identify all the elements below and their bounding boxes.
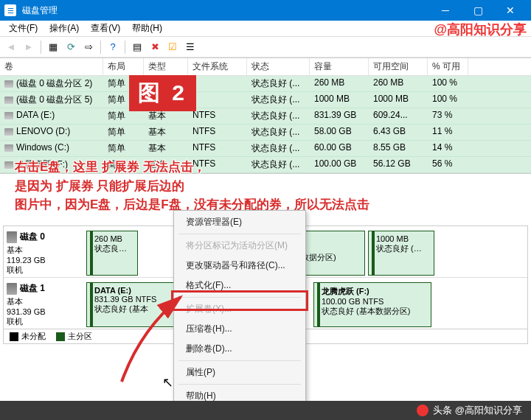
col-filesystem[interactable]: 文件系统 [188, 58, 247, 75]
disk-0-meta: 磁盘 0 基本 119.23 GB 联机 [7, 231, 80, 276]
partition[interactable]: 1000 MB状态良好 (恢复分 [368, 231, 434, 276]
col-status[interactable]: 状态 [247, 58, 310, 75]
table-row[interactable]: LENOVO (D:)简单基本NTFS状态良好 (...58.00 GB6.43… [0, 125, 531, 141]
disk-icon [7, 283, 17, 295]
context-menu-item[interactable]: 删除卷(D)... [174, 339, 305, 359]
back-icon[interactable]: ◄ [3, 39, 19, 55]
table-row[interactable]: Windows (C:)简单基本NTFS状态良好 (...60.00 GB8.5… [0, 141, 531, 157]
settings-icon[interactable]: ▤ [129, 39, 145, 55]
col-capacity[interactable]: 容量 [310, 58, 369, 75]
menu-file[interactable]: 文件(F) [3, 21, 44, 36]
col-volume[interactable]: 卷 [0, 58, 103, 75]
refresh-icon[interactable]: ⟳ [63, 39, 79, 55]
context-menu-item[interactable]: 压缩卷(H)... [174, 319, 305, 339]
watermark: @高阳知识分享 [434, 21, 527, 38]
context-menu-item: 扩展卷(X)... [174, 299, 305, 319]
footer-icon [417, 405, 428, 416]
context-menu-item[interactable]: 属性(P) [174, 363, 305, 382]
menu-help[interactable]: 帮助(H) [126, 21, 168, 36]
cursor-icon: ↖ [162, 374, 173, 391]
delete-icon[interactable]: ✖ [147, 39, 163, 55]
export-icon[interactable]: ⇨ [80, 39, 97, 55]
forward-icon[interactable]: ► [21, 39, 37, 55]
primary-swatch [56, 332, 65, 341]
menu-action[interactable]: 操作(A) [44, 21, 85, 36]
disk-1-meta: 磁盘 1 基本 931.39 GB 联机 [7, 282, 80, 327]
main-area: 卷 布局 类型 文件系统 状态 容量 可用空间 % 可用 (磁盘 0 磁盘分区 … [0, 57, 531, 401]
properties-icon[interactable]: ▦ [45, 39, 61, 55]
title-bar: ☰ 磁盘管理 ─ ▢ ✕ [0, 0, 531, 21]
overlay-annotation: 右击E盘，这里 扩展券 无法点击， 是因为 扩展券 只能扩展后边的 图片中，因为… [15, 158, 369, 214]
view-icon[interactable]: ☰ [182, 39, 198, 55]
volume-grid: 卷 布局 类型 文件系统 状态 容量 可用空间 % 可用 (磁盘 0 磁盘分区 … [0, 57, 531, 174]
footer-bar: 头条 @高阳知识分享 [0, 401, 531, 420]
context-menu-item[interactable]: 资源管理器(E) [174, 212, 305, 232]
table-row[interactable]: DATA (E:)简单基本NTFS状态良好 (...831.39 GB609.2… [0, 108, 531, 125]
maximize-button[interactable]: ▢ [462, 0, 494, 21]
col-type[interactable]: 类型 [144, 58, 188, 75]
grid-header: 卷 布局 类型 文件系统 状态 容量 可用空间 % 可用 [0, 58, 531, 76]
overlay-figure-label: 图 2 [129, 75, 196, 111]
context-menu: 资源管理器(E)将分区标记为活动分区(M)更改驱动器号和路径(C)...格式化(… [173, 210, 306, 401]
context-menu-item: 将分区标记为活动分区(M) [174, 236, 305, 256]
table-row[interactable]: (磁盘 0 磁盘分区 5)简单状态良好 (...1000 MB1000 MB10… [0, 92, 531, 108]
disk-icon [7, 231, 17, 243]
menu-view[interactable]: 查看(V) [85, 21, 126, 36]
context-menu-item[interactable]: 帮助(H) [174, 386, 305, 401]
col-layout[interactable]: 布局 [103, 58, 144, 75]
context-menu-item[interactable]: 更改驱动器号和路径(C)... [174, 256, 305, 276]
table-row[interactable]: (磁盘 0 磁盘分区 2)简单状态良好 (...260 MB260 MB100 … [0, 76, 531, 92]
partition[interactable]: 龙腾虎跃 (F:)100.00 GB NTFS状态良好 (基本数据分区) [313, 282, 431, 327]
col-free[interactable]: 可用空间 [369, 58, 428, 75]
help-icon[interactable]: ? [105, 39, 121, 55]
partition[interactable]: 260 MB状态良好 (EF [86, 231, 138, 276]
check-icon[interactable]: ☑ [164, 39, 181, 55]
tool-bar: ◄ ► ▦ ⟳ ⇨ ? ▤ ✖ ☑ ☰ [0, 37, 531, 57]
minimize-button[interactable]: ─ [429, 0, 462, 21]
col-percent[interactable]: % 可用 [428, 58, 468, 75]
footer-text: 头条 @高阳知识分享 [433, 404, 522, 417]
window-title: 磁盘管理 [22, 4, 58, 17]
context-menu-item[interactable]: 格式化(F)... [174, 276, 305, 295]
unallocated-swatch [10, 332, 18, 341]
close-button[interactable]: ✕ [494, 0, 527, 21]
app-icon: ☰ [4, 4, 16, 16]
menu-bar: 文件(F) 操作(A) 查看(V) 帮助(H) @高阳知识分享 [0, 21, 531, 37]
partition[interactable]: DATA (E:)831.39 GB NTFS状态良好 (基本 [86, 282, 175, 327]
